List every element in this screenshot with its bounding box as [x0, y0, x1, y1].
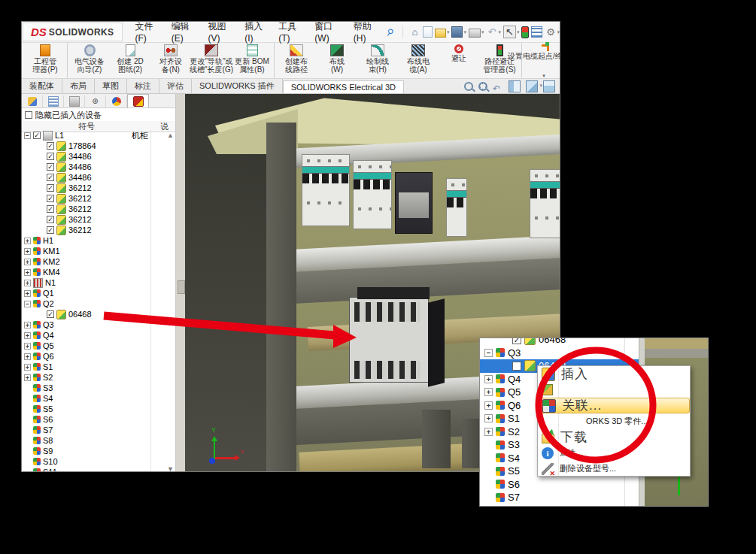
print-icon[interactable]	[469, 26, 484, 38]
select-cursor-icon[interactable]	[503, 26, 520, 38]
tree-row[interactable]: S2	[22, 372, 175, 383]
contactor-black[interactable]	[395, 172, 433, 234]
path-avoidance-manager-button[interactable]: 路径避让 管理器(S)	[479, 43, 520, 78]
tree-checkbox[interactable]	[47, 216, 54, 223]
commandmanager-tab[interactable]: SOLIDWORKS 插件	[192, 79, 283, 93]
expander-icon[interactable]	[24, 322, 31, 328]
tree-row[interactable]: 36212	[22, 225, 175, 235]
tree-row[interactable]: Q1	[22, 288, 175, 298]
electrical-manager-tab-icon[interactable]	[127, 94, 149, 107]
tree-row[interactable]: S9	[22, 446, 175, 456]
avoidance-button[interactable]: 避让	[439, 43, 479, 78]
draw-harness-button[interactable]: 绘制线 束(H)	[357, 43, 398, 78]
tree-row[interactable]: 34486	[22, 162, 175, 172]
menu-item-delete-device-model[interactable]: 删除设备型号...	[538, 461, 690, 477]
tree-row[interactable]: KM4	[22, 267, 175, 277]
performance-evaluation-icon[interactable]	[521, 26, 529, 38]
featuremanager-tab-icon[interactable]	[22, 95, 43, 107]
commandmanager-tab[interactable]: SOLIDWORKS Electrical 3D	[283, 80, 404, 93]
display-panes-icon[interactable]	[531, 26, 542, 38]
create-2d-drawing-button[interactable]: 创建 2D 图纸(2)	[110, 43, 150, 78]
create-routing-path-button[interactable]: 创建布 线路径	[274, 43, 317, 78]
tree-checkbox[interactable]	[47, 310, 54, 318]
save-icon[interactable]	[451, 26, 466, 38]
tree-row[interactable]: S8	[480, 504, 639, 507]
options-gear-icon[interactable]	[545, 26, 560, 38]
tree-checkbox[interactable]	[47, 142, 54, 150]
tree-row[interactable]: Q3	[480, 347, 639, 360]
view-orientation-icon[interactable]	[526, 80, 538, 92]
route-wires-button[interactable]: 布线 (W)	[317, 43, 357, 78]
menu-item-hidden[interactable]	[538, 382, 690, 398]
expander-icon[interactable]	[484, 349, 493, 357]
commandmanager-tab[interactable]: 布局	[62, 79, 95, 93]
home-icon[interactable]	[409, 26, 421, 38]
tree-row[interactable]: S11	[22, 467, 175, 472]
tree-row[interactable]: KM1	[22, 246, 175, 256]
expander-icon[interactable]	[24, 332, 31, 339]
expander-icon[interactable]	[24, 343, 31, 350]
tree-row[interactable]: S6	[480, 478, 639, 492]
tree-row[interactable]: S6	[22, 414, 175, 425]
tree-row[interactable]: S8	[22, 435, 175, 446]
menu-item-solidworks-3d-part[interactable]: ORKS 3D 零件...	[538, 413, 690, 429]
change-rail-duct-length-button[interactable]: 更改"导轨"或 线槽"长度(G)	[191, 43, 232, 78]
propertymanager-tab-icon[interactable]	[43, 95, 64, 107]
tree-row[interactable]: S1	[22, 362, 175, 372]
expander-icon[interactable]	[484, 428, 493, 436]
tree-scroll-down-icon[interactable]: ▼	[167, 465, 174, 472]
circuit-breaker-edge[interactable]	[530, 169, 560, 238]
tree-row[interactable]: H1	[22, 235, 175, 246]
section-view-icon[interactable]	[509, 80, 521, 92]
transformer-06468[interactable]	[349, 297, 429, 383]
menu-item-insert[interactable]: 插入	[538, 366, 690, 382]
tree-row[interactable]: KM2	[22, 256, 175, 267]
open-icon[interactable]	[435, 26, 450, 38]
tree-row[interactable]: 34486	[22, 151, 175, 162]
displaymanager-tab-icon[interactable]	[106, 95, 127, 107]
tree-checkbox[interactable]	[33, 132, 41, 139]
expander-icon[interactable]	[24, 353, 31, 360]
route-cables-button[interactable]: 布线电 缆(A)	[398, 43, 439, 78]
circuit-breaker-2[interactable]	[353, 160, 392, 229]
tree-row[interactable]: 36212	[22, 204, 175, 214]
update-bom-properties-button[interactable]: 更新 BOM 属性(B)	[232, 43, 272, 78]
expander-icon[interactable]	[24, 259, 31, 265]
tree-row[interactable]: 36212	[22, 193, 175, 204]
tree-checkbox[interactable]	[47, 163, 54, 171]
tree-row[interactable]: S4	[22, 393, 175, 404]
tree-checkbox[interactable]	[512, 362, 521, 371]
relay-small[interactable]	[446, 178, 467, 237]
dimxpert-tab-icon[interactable]	[85, 95, 106, 107]
tree-checkbox[interactable]	[47, 205, 54, 213]
circuit-breaker-1[interactable]	[302, 154, 350, 226]
tree-row[interactable]: N1	[22, 277, 175, 288]
tree-checkbox[interactable]	[47, 153, 54, 160]
tree-row[interactable]: S3	[22, 383, 175, 393]
tree-checkbox[interactable]	[512, 338, 521, 344]
tree-scroll-up-icon[interactable]: ▲	[167, 132, 174, 139]
tree-row[interactable]: Q5	[22, 341, 175, 351]
tree-row[interactable]: Q3	[22, 319, 175, 330]
expander-icon[interactable]	[24, 238, 31, 244]
zoom-to-area-icon[interactable]	[478, 82, 487, 91]
tree-checkbox[interactable]	[47, 226, 54, 234]
menu-item-properties[interactable]: 属性...	[538, 445, 690, 461]
tree-row[interactable]: L1 机柜	[22, 130, 175, 141]
tree-row[interactable]: 34486	[22, 172, 175, 183]
menu-item-associate[interactable]: 关联...	[538, 398, 690, 413]
pin-icon[interactable]: ⚲	[384, 26, 396, 38]
undo-icon[interactable]	[486, 26, 501, 38]
panel-splitter-handle[interactable]	[178, 280, 185, 294]
tree-row[interactable]: 36212	[22, 214, 175, 225]
tree-row[interactable]: S10	[22, 456, 175, 467]
electrical-device-wizard-button[interactable]: 电气设备 向导(Z)	[67, 43, 110, 78]
hide-inserted-devices-checkbox[interactable]	[25, 111, 32, 119]
tree-row[interactable]: Q4	[22, 330, 175, 341]
expander-icon[interactable]	[24, 248, 31, 255]
tree-row[interactable]: 178864	[22, 141, 175, 151]
expander-icon[interactable]	[24, 364, 31, 371]
tree-row[interactable]: Q6	[22, 351, 175, 362]
zoom-to-fit-icon[interactable]	[464, 82, 473, 91]
configurationmanager-tab-icon[interactable]	[64, 95, 85, 107]
